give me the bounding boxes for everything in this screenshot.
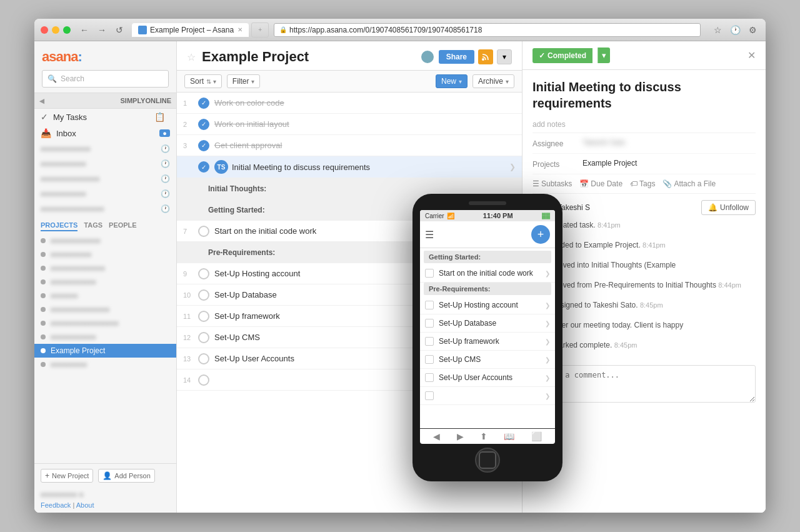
phone-add-button[interactable]: + xyxy=(531,225,550,244)
detail-notes[interactable]: add notes xyxy=(532,116,756,133)
task-checkbox[interactable] xyxy=(198,332,209,343)
filter-button[interactable]: Filter ▾ xyxy=(227,74,261,88)
subtasks-label: Subtasks xyxy=(541,179,572,188)
phone-task-item-6[interactable]: Set-Up User Accounts ❯ xyxy=(420,369,555,387)
new-task-button[interactable]: New ▾ xyxy=(436,74,468,88)
task-checkbox[interactable] xyxy=(198,374,209,386)
phone-checkbox-7[interactable] xyxy=(425,391,434,400)
phone-checkbox-1[interactable] xyxy=(425,269,434,278)
phone-bookmarks-button[interactable]: 📖 xyxy=(504,431,514,441)
sidebar-recent-4[interactable]: ●●●●●●●●●● 🕐 xyxy=(34,186,176,201)
phone-task-item-1[interactable]: Start on the initial code work ❯ xyxy=(420,264,555,283)
task-checkbox[interactable] xyxy=(198,353,209,364)
project-item-7[interactable]: ●●●●●●●●●●●●●●● xyxy=(34,316,176,330)
attach-link[interactable]: 📎 Attach a File xyxy=(662,179,716,188)
minimize-button[interactable] xyxy=(52,26,59,34)
project-item-3[interactable]: ●●●●●●●●●●●● xyxy=(34,261,176,275)
phone-task-item-3[interactable]: Set-Up Database ❯ xyxy=(420,314,555,333)
archive-button[interactable]: Archive ▾ xyxy=(472,74,514,88)
share-button[interactable]: Share xyxy=(439,50,474,64)
table-row[interactable]: 3 ✓ Get client approval xyxy=(177,135,522,156)
phone-share-button[interactable]: ⬆ xyxy=(480,431,488,441)
task-checkbox[interactable]: ✓ xyxy=(198,140,209,151)
projects-value: Example Project xyxy=(582,159,756,168)
about-link[interactable]: About xyxy=(76,501,94,509)
project-2-label: ●●●●●●●●● xyxy=(51,250,91,259)
phone-back-button[interactable]: ◀ xyxy=(433,431,440,441)
project-item-4[interactable]: ●●●●●●●●●● xyxy=(34,275,176,289)
settings-button[interactable]: ⚙ xyxy=(746,24,759,36)
tab-tags[interactable]: TAGS xyxy=(84,221,102,231)
search-box[interactable]: 🔍 Search xyxy=(42,70,169,88)
phone-task-item-7[interactable]: ❯ xyxy=(420,387,555,405)
inbox-badge: ● xyxy=(159,129,170,137)
task-expand-icon[interactable]: ❯ xyxy=(509,163,516,171)
sidebar-org[interactable]: ◀ SIMPLYONLINE xyxy=(34,93,176,109)
phone-checkbox-3[interactable] xyxy=(425,319,434,328)
tab-projects[interactable]: PROJECTS xyxy=(41,221,78,231)
comment-input[interactable] xyxy=(532,365,756,403)
project-item-1[interactable]: ●●●●●●●●●●● xyxy=(34,234,176,248)
tags-link[interactable]: 🏷 Tags xyxy=(630,179,655,188)
close-button[interactable] xyxy=(41,26,48,34)
task-checkbox[interactable] xyxy=(198,226,209,237)
phone-task-item-4[interactable]: Set-Up framework ❯ xyxy=(420,333,555,351)
completed-dropdown-button[interactable]: ▾ xyxy=(598,48,610,63)
tab-close-icon[interactable]: ✕ xyxy=(238,26,242,33)
sidebar-item-inbox[interactable]: 📥 Inbox ● xyxy=(34,125,176,141)
task-checkbox[interactable] xyxy=(198,311,209,322)
maximize-button[interactable] xyxy=(63,26,71,34)
project-item-8[interactable]: ●●●●●●●●●● xyxy=(34,330,176,344)
table-row[interactable]: 1 ✓ Work on color code xyxy=(177,93,522,114)
rss-button[interactable] xyxy=(478,49,493,64)
forward-button[interactable]: → xyxy=(94,24,109,36)
phone-checkbox-4[interactable] xyxy=(425,337,434,346)
table-row[interactable]: ✓ TS Initial Meeting to discuss requirem… xyxy=(177,156,522,178)
project-item-5[interactable]: ●●●●●● xyxy=(34,289,176,303)
phone-checkbox-6[interactable] xyxy=(425,373,434,382)
phone-task-item-2[interactable]: Set-Up Hosting account ❯ xyxy=(420,296,555,314)
task-checkbox[interactable] xyxy=(198,289,209,301)
bookmark-button[interactable]: ☆ xyxy=(711,24,724,36)
phone-home-button[interactable] xyxy=(475,448,500,473)
sidebar-recent-3[interactable]: ●●●●●●●●●●●●● 🕐 xyxy=(34,171,176,186)
browser-tab[interactable]: Example Project – Asana ✕ xyxy=(132,23,249,37)
phone-section-2-label: Pre-Requirements: xyxy=(429,285,490,293)
add-person-button[interactable]: 👤 Add Person xyxy=(98,469,154,483)
project-item-6[interactable]: ●●●●●●●●●●●●● xyxy=(34,303,176,316)
phone-checkbox-2[interactable] xyxy=(425,301,434,309)
sidebar-recent-1[interactable]: ●●●●●●●●●●● 🕐 xyxy=(34,141,176,156)
task-checkbox[interactable]: ✓ xyxy=(198,161,209,173)
sort-button[interactable]: Sort ⇅ ▾ xyxy=(184,74,222,88)
task-checkbox[interactable]: ✓ xyxy=(198,119,209,130)
address-bar[interactable]: 🔒 https://app.asana.com/0/1907408561709/… xyxy=(274,23,701,37)
subtasks-link[interactable]: ☰ Subtasks xyxy=(532,179,572,188)
new-tab-button[interactable]: + xyxy=(251,23,269,38)
tab-people[interactable]: PEOPLE xyxy=(109,221,137,231)
task-checkbox[interactable]: ✓ xyxy=(198,98,209,109)
sidebar-recent-5[interactable]: ●●●●●●●●●●●●●● 🕐 xyxy=(34,201,176,216)
phone-task-item-5[interactable]: Set-Up CMS ❯ xyxy=(420,351,555,369)
new-project-button[interactable]: + New Project xyxy=(41,469,93,483)
project-item-2[interactable]: ●●●●●●●●● xyxy=(34,248,176,261)
phone-menu-icon[interactable]: ☰ xyxy=(425,229,434,241)
history-button[interactable]: 🕐 xyxy=(728,24,742,36)
table-row[interactable]: 2 ✓ Work on initial layout xyxy=(177,114,522,135)
phone-tabs-button[interactable]: ⬜ xyxy=(531,431,542,441)
sidebar-recent-2[interactable]: ●●●●●●●●●● 🕐 xyxy=(34,156,176,171)
more-button[interactable]: ▾ xyxy=(497,49,512,64)
due-date-link[interactable]: 📅 Due Date xyxy=(579,179,622,188)
phone-forward-button[interactable]: ▶ xyxy=(457,431,464,441)
task-checkbox[interactable] xyxy=(198,268,209,279)
feedback-link[interactable]: Feedback xyxy=(41,501,71,509)
back-button[interactable]: ← xyxy=(77,24,92,36)
refresh-button[interactable]: ↺ xyxy=(112,24,127,36)
unfollow-button[interactable]: 🔔 Unfollow xyxy=(701,200,756,215)
phone-checkbox-5[interactable] xyxy=(425,355,434,364)
detail-close-button[interactable]: ✕ xyxy=(748,49,756,61)
completed-button[interactable]: ✓ Completed xyxy=(532,48,592,63)
project-item-example[interactable]: Example Project xyxy=(34,344,176,358)
sidebar-item-mytasks[interactable]: ✓ My Tasks 📋 xyxy=(34,109,176,125)
project-star[interactable]: ☆ xyxy=(187,51,196,63)
project-item-9[interactable]: ●●●●●●●● xyxy=(34,358,176,371)
